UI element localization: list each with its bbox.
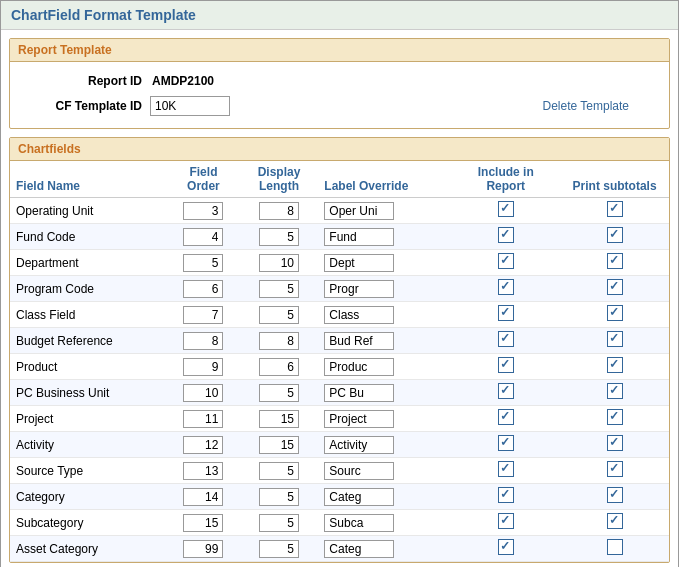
print-subtotals-cell [560, 432, 669, 458]
field-name-cell: Project [10, 406, 167, 432]
label-override-input[interactable] [324, 358, 394, 376]
display-length-input[interactable] [259, 488, 299, 506]
include-in-report-checkbox[interactable] [498, 331, 514, 347]
field-order-input[interactable] [183, 202, 223, 220]
display-length-input[interactable] [259, 332, 299, 350]
include-in-report-checkbox[interactable] [498, 513, 514, 529]
label-override-input[interactable] [324, 280, 394, 298]
display-length-cell [240, 432, 319, 458]
field-order-input[interactable] [183, 332, 223, 350]
label-override-cell [318, 484, 451, 510]
include-in-report-checkbox[interactable] [498, 383, 514, 399]
cf-template-id-input[interactable] [150, 96, 230, 116]
label-override-input[interactable] [324, 306, 394, 324]
field-order-input[interactable] [183, 254, 223, 272]
field-order-input[interactable] [183, 514, 223, 532]
label-override-input[interactable] [324, 332, 394, 350]
delete-template-link[interactable]: Delete Template [543, 99, 630, 113]
label-override-cell [318, 276, 451, 302]
include-in-report-checkbox[interactable] [498, 409, 514, 425]
field-order-input[interactable] [183, 358, 223, 376]
label-override-input[interactable] [324, 514, 394, 532]
print-subtotals-cell [560, 354, 669, 380]
display-length-cell [240, 510, 319, 536]
display-length-cell [240, 302, 319, 328]
field-order-input[interactable] [183, 462, 223, 480]
display-length-input[interactable] [259, 410, 299, 428]
print-subtotals-cell [560, 198, 669, 224]
print-subtotals-checkbox[interactable] [607, 513, 623, 529]
print-subtotals-checkbox[interactable] [607, 227, 623, 243]
display-length-cell [240, 536, 319, 562]
field-order-input[interactable] [183, 488, 223, 506]
field-order-input[interactable] [183, 410, 223, 428]
field-order-cell [167, 510, 240, 536]
label-override-input[interactable] [324, 540, 394, 558]
label-override-cell [318, 354, 451, 380]
print-subtotals-checkbox[interactable] [607, 201, 623, 217]
display-length-input[interactable] [259, 202, 299, 220]
label-override-input[interactable] [324, 488, 394, 506]
chartfields-section-header: Chartfields [10, 138, 669, 161]
report-id-value: AMDP2100 [150, 74, 214, 88]
report-template-section: Report Template Report ID AMDP2100 CF Te… [9, 38, 670, 129]
table-row: Asset Category [10, 536, 669, 562]
display-length-input[interactable] [259, 436, 299, 454]
field-order-input[interactable] [183, 540, 223, 558]
include-in-report-checkbox[interactable] [498, 305, 514, 321]
print-subtotals-checkbox[interactable] [607, 461, 623, 477]
field-order-cell [167, 484, 240, 510]
field-order-cell [167, 224, 240, 250]
report-section-header: Report Template [10, 39, 669, 62]
include-in-report-checkbox[interactable] [498, 487, 514, 503]
display-length-input[interactable] [259, 540, 299, 558]
label-override-input[interactable] [324, 410, 394, 428]
label-override-input[interactable] [324, 228, 394, 246]
field-name-cell: Budget Reference [10, 328, 167, 354]
field-order-cell [167, 354, 240, 380]
include-in-report-checkbox[interactable] [498, 357, 514, 373]
print-subtotals-checkbox[interactable] [607, 331, 623, 347]
field-order-input[interactable] [183, 306, 223, 324]
display-length-input[interactable] [259, 358, 299, 376]
include-in-report-cell [451, 302, 560, 328]
label-override-input[interactable] [324, 384, 394, 402]
label-override-input[interactable] [324, 202, 394, 220]
field-name-cell: Category [10, 484, 167, 510]
label-override-input[interactable] [324, 436, 394, 454]
display-length-input[interactable] [259, 384, 299, 402]
display-length-input[interactable] [259, 254, 299, 272]
print-subtotals-checkbox[interactable] [607, 487, 623, 503]
display-length-input[interactable] [259, 514, 299, 532]
display-length-input[interactable] [259, 228, 299, 246]
include-in-report-checkbox[interactable] [498, 279, 514, 295]
print-subtotals-checkbox[interactable] [607, 279, 623, 295]
print-subtotals-checkbox[interactable] [607, 357, 623, 373]
include-in-report-checkbox[interactable] [498, 461, 514, 477]
include-in-report-checkbox[interactable] [498, 201, 514, 217]
display-length-input[interactable] [259, 280, 299, 298]
include-in-report-checkbox[interactable] [498, 539, 514, 555]
label-override-input[interactable] [324, 462, 394, 480]
print-subtotals-checkbox[interactable] [607, 435, 623, 451]
include-in-report-cell [451, 406, 560, 432]
include-in-report-checkbox[interactable] [498, 253, 514, 269]
field-order-input[interactable] [183, 280, 223, 298]
print-subtotals-checkbox[interactable] [607, 539, 623, 555]
page-wrapper: ChartField Format Template Report Templa… [0, 0, 679, 567]
field-order-input[interactable] [183, 384, 223, 402]
print-subtotals-checkbox[interactable] [607, 383, 623, 399]
print-subtotals-checkbox[interactable] [607, 409, 623, 425]
field-order-input[interactable] [183, 436, 223, 454]
label-override-input[interactable] [324, 254, 394, 272]
include-in-report-checkbox[interactable] [498, 227, 514, 243]
display-length-input[interactable] [259, 462, 299, 480]
include-in-report-checkbox[interactable] [498, 435, 514, 451]
print-subtotals-cell [560, 484, 669, 510]
field-order-input[interactable] [183, 228, 223, 246]
print-subtotals-cell [560, 276, 669, 302]
print-subtotals-checkbox[interactable] [607, 253, 623, 269]
print-subtotals-checkbox[interactable] [607, 305, 623, 321]
col-label-override: Label Override [318, 161, 451, 198]
display-length-input[interactable] [259, 306, 299, 324]
